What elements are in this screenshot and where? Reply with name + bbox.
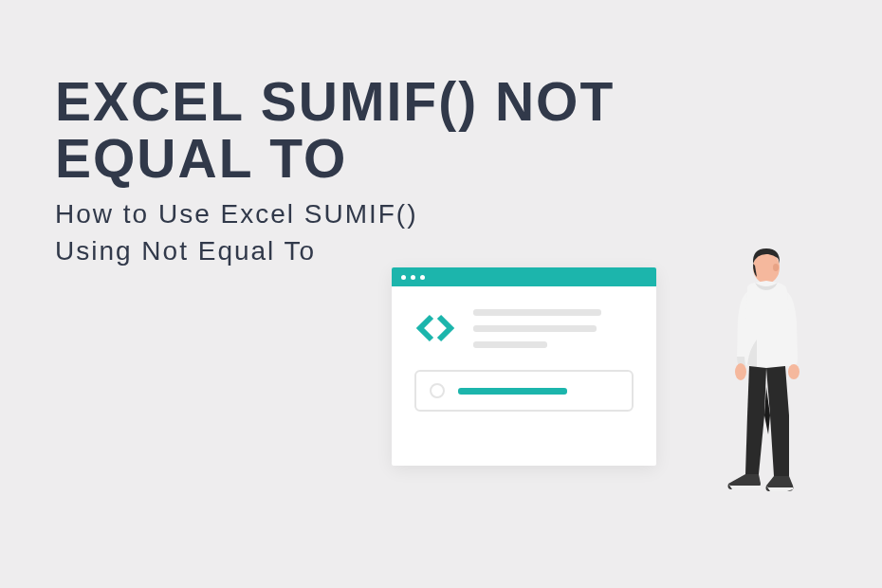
svg-point-2 bbox=[735, 363, 746, 380]
browser-illustration bbox=[392, 267, 656, 466]
subtitle-line-1: How to Use Excel SUMIF() bbox=[55, 199, 418, 229]
input-illustration bbox=[414, 370, 634, 412]
svg-point-3 bbox=[788, 364, 799, 379]
page-title: EXCEL SUMIF() NOT EQUAL TO bbox=[55, 74, 827, 188]
circle-icon bbox=[430, 383, 445, 398]
window-dot bbox=[420, 275, 425, 280]
window-dot bbox=[411, 275, 415, 280]
code-brackets-icon bbox=[414, 307, 456, 349]
person-illustration bbox=[711, 245, 830, 505]
browser-titlebar bbox=[392, 267, 656, 286]
placeholder-line bbox=[473, 309, 601, 316]
accent-line bbox=[458, 388, 567, 395]
placeholder-line bbox=[473, 341, 547, 348]
placeholder-line bbox=[473, 325, 597, 332]
svg-point-1 bbox=[773, 264, 779, 271]
subtitle-line-2: Using Not Equal To bbox=[55, 236, 316, 266]
window-dot bbox=[401, 275, 406, 280]
browser-body bbox=[392, 286, 656, 432]
